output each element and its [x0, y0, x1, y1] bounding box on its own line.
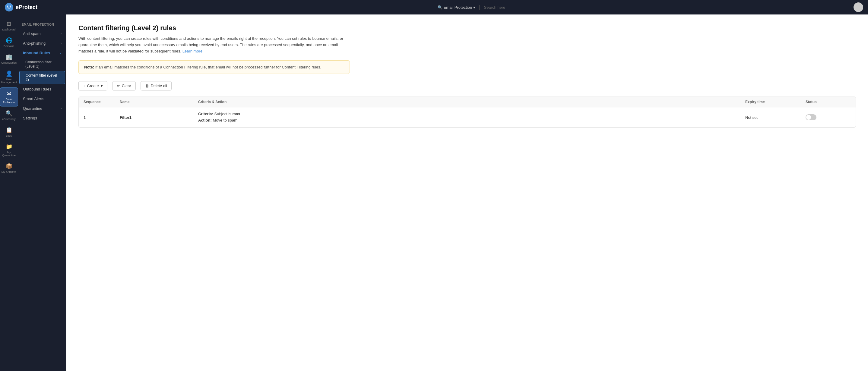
brand-icon: 🛡	[5, 3, 13, 11]
chevron-right-icon: ›	[61, 107, 62, 110]
search-input-wrapper	[484, 5, 648, 10]
clear-label: Clear	[122, 84, 131, 88]
nav-item-logs[interactable]: 📋 Logs	[0, 124, 18, 140]
avatar[interactable]	[854, 2, 863, 12]
connection-filter-label: Connection filter (Level 1)	[25, 60, 52, 68]
cell-expiry: Not set	[745, 115, 806, 120]
clear-icon: ✏	[117, 84, 120, 88]
sidebar-item-quarantine[interactable]: Quarantine ›	[19, 104, 65, 113]
page-description: With content filtering, you can create r…	[79, 36, 350, 54]
sidebar-item-anti-phishing-label: Anti-phishing	[23, 41, 45, 45]
create-label: Create	[87, 84, 99, 88]
sidebar-item-quarantine-label: Quarantine	[23, 106, 42, 111]
criteria-label: Criteria:	[198, 112, 213, 116]
status-toggle[interactable]	[806, 114, 816, 120]
sidebar-item-inbound-rules-label: Inbound Rules	[23, 51, 50, 55]
table-row: 1 Filter1 Criteria: Subject is max Actio…	[79, 107, 856, 127]
action-label: Action:	[198, 118, 212, 122]
sidebar-item-inbound-rules[interactable]: Inbound Rules ⌄	[19, 48, 65, 58]
nav-item-dashboard[interactable]: ⊞ Dashboard	[0, 18, 18, 33]
left-panel: ⊞ Dashboard 🌐 Domains 🏢 Organization 👤 U…	[0, 14, 66, 371]
toggle-knob	[806, 115, 811, 120]
sidebar-item-anti-spam[interactable]: Anti-spam ›	[19, 29, 65, 38]
note-label: Note:	[84, 65, 94, 69]
icon-rail: ⊞ Dashboard 🌐 Domains 🏢 Organization 👤 U…	[0, 14, 18, 371]
quarantine-icon: 📁	[6, 143, 12, 150]
sidebar-item-outbound-rules-label: Outbound Rules	[23, 87, 51, 91]
chevron-down-icon: ⌄	[59, 51, 62, 55]
page-title: Content filtering (Level 2) rules	[79, 24, 856, 32]
nav-item-organization[interactable]: 🏢 Organization	[0, 51, 18, 67]
brand: 🛡 eProtect	[5, 3, 37, 11]
sidebar-sub-item-connection-filter[interactable]: Connection filter (Level 1)	[19, 58, 65, 70]
logs-icon: 📋	[6, 127, 12, 133]
nav-item-user-management[interactable]: 👤 User Management	[0, 68, 18, 86]
search-scope-chevron-icon: ▾	[473, 5, 475, 10]
search-scope-label: Email Protection	[444, 5, 472, 10]
note-box: Note: If an email matches the conditions…	[79, 60, 350, 74]
col-header-criteria: Criteria & Action	[198, 100, 745, 104]
col-header-expiry: Expiry time	[745, 100, 806, 104]
toolbar: + Create ▾ ✏ Clear 🗑 Delete all	[79, 81, 856, 91]
delete-icon: 🗑	[145, 84, 149, 88]
create-button[interactable]: + Create ▾	[79, 81, 107, 91]
dashboard-icon: ⊞	[7, 21, 11, 27]
col-header-status: Status	[806, 100, 851, 104]
sidebar-item-settings-label: Settings	[23, 116, 37, 120]
content-area: Content filtering (Level 2) rules With c…	[66, 14, 868, 371]
delete-all-label: Delete all	[151, 84, 167, 88]
table-header: Sequence Name Criteria & Action Expiry t…	[79, 97, 856, 107]
create-chevron-icon: ▾	[101, 84, 103, 88]
earchive-icon: 📦	[6, 163, 12, 169]
plus-icon: +	[83, 84, 85, 88]
sidebar-sub-item-content-filter[interactable]: Content filter (Level 2)	[19, 71, 65, 84]
search-input[interactable]	[484, 5, 648, 10]
search-icon: 🔍	[438, 5, 442, 10]
chevron-right-icon: ›	[61, 42, 62, 45]
action-row: Action: Move to spam	[198, 117, 745, 124]
sidebar-section-header: EMAIL PROTECTION	[18, 18, 66, 29]
cell-name: Filter1	[120, 115, 198, 120]
search-scope[interactable]: 🔍 Email Protection ▾	[438, 5, 476, 10]
sidebar-item-settings[interactable]: Settings	[19, 114, 65, 123]
nav-item-my-quarantine[interactable]: 📁 My Quarantine	[0, 141, 18, 159]
sidebar-menu: EMAIL PROTECTION Anti-spam › Anti-phishi…	[18, 14, 66, 371]
nav-item-domains[interactable]: 🌐 Domains	[0, 35, 18, 50]
nav-item-my-earchive[interactable]: 📦 My eArchive	[0, 160, 18, 176]
delete-all-button[interactable]: 🗑 Delete all	[141, 81, 172, 91]
nav-item-email-protection[interactable]: ✉ Email Protection	[0, 88, 18, 106]
cell-criteria: Criteria: Subject is max Action: Move to…	[198, 111, 745, 124]
sidebar-item-smart-alerts[interactable]: Smart Alerts ›	[19, 94, 65, 103]
organization-icon: 🏢	[6, 54, 12, 60]
clear-button[interactable]: ✏ Clear	[112, 81, 136, 91]
sidebar-item-smart-alerts-label: Smart Alerts	[23, 96, 44, 101]
sidebar-item-outbound-rules[interactable]: Outbound Rules	[19, 85, 65, 94]
col-header-name: Name	[120, 100, 198, 104]
cell-sequence: 1	[84, 115, 120, 120]
rules-table: Sequence Name Criteria & Action Expiry t…	[79, 96, 856, 128]
col-header-sequence: Sequence	[84, 100, 120, 104]
navbar: 🛡 eProtect 🔍 Email Protection ▾ |	[0, 0, 868, 14]
cell-status	[806, 114, 851, 120]
brand-name: eProtect	[16, 4, 37, 10]
ediscovery-icon: 🔍	[6, 110, 12, 117]
email-protection-icon: ✉	[7, 90, 11, 97]
note-text: If an email matches the conditions of a …	[95, 65, 321, 69]
main-layout: ⊞ Dashboard 🌐 Domains 🏢 Organization 👤 U…	[0, 14, 868, 371]
action-value: Move to spam	[213, 118, 237, 122]
content-filter-label: Content filter (Level 2)	[26, 73, 57, 82]
chevron-right-icon: ›	[61, 97, 62, 100]
nav-item-ediscovery[interactable]: 🔍 eDiscovery	[0, 108, 18, 123]
description-text: With content filtering, you can create r…	[79, 36, 343, 53]
sidebar-item-anti-phishing[interactable]: Anti-phishing ›	[19, 39, 65, 48]
search-area: 🔍 Email Protection ▾ |	[438, 4, 649, 10]
learn-more-link[interactable]: Learn more	[183, 49, 203, 53]
criteria-value: Subject is max	[214, 112, 240, 116]
domains-icon: 🌐	[6, 37, 12, 44]
criteria-row: Criteria: Subject is max	[198, 111, 745, 117]
sidebar-item-anti-spam-label: Anti-spam	[23, 31, 41, 36]
chevron-right-icon: ›	[61, 32, 62, 35]
user-management-icon: 👤	[6, 70, 12, 77]
